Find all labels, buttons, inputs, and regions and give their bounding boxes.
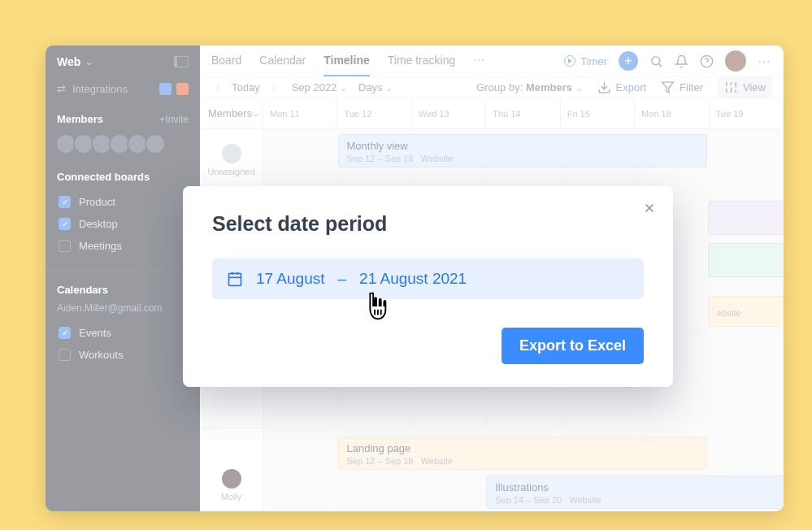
filter-icon [661,80,675,94]
member-avatars [46,130,200,163]
unit-picker[interactable]: Days ⌄ [358,81,393,93]
sidebar-board-desktop[interactable]: Desktop [52,213,193,235]
avatar[interactable] [145,133,166,154]
filter-button[interactable]: Filter [661,80,703,94]
checkbox-icon[interactable] [59,196,71,208]
user-avatar[interactable] [725,50,746,72]
add-button[interactable]: + [619,51,638,71]
avatar [222,469,241,489]
day-header: Mon 18 [635,98,709,128]
sidebar-board-product[interactable]: Product [52,191,193,213]
day-header: Mon 11 [263,98,337,128]
board-label: Meetings [79,240,122,252]
invite-button[interactable]: +Invite [159,114,189,125]
task-bar[interactable]: Monthly view Sep 12 – Sep 18 Website [338,134,707,167]
day-header: Tue 12 [337,98,411,128]
collapse-sidebar-icon[interactable] [174,56,189,67]
chevron-down-icon: ⌄ [85,57,93,67]
task-title: Monthly view [347,140,698,152]
period-label: Sep 2022 [292,81,337,93]
google-calendar-icon [159,83,172,95]
close-icon[interactable] [642,201,657,215]
unit-label: Days [358,81,383,93]
export-button[interactable]: Export [597,80,647,94]
checkbox-icon[interactable] [59,218,71,230]
svg-marker-5 [662,82,674,93]
members-column-header[interactable]: Members ⌄ [200,98,263,129]
chevron-down-icon: ⌄ [575,83,583,93]
integrations-icon: ⇄ [57,83,66,95]
download-icon [597,80,611,94]
task-bar[interactable] [708,243,784,277]
workspace-name: Web [57,55,80,68]
integrations-label: Integrations [72,83,128,95]
groupby-picker[interactable]: Group by: Members ⌄ [476,81,582,93]
sidebar-calendar-events[interactable]: Events [52,322,193,344]
tab-more-icon[interactable]: ⋯ [473,46,486,76]
day-header: Tue 19 [710,98,784,128]
date-separator: – [338,270,347,288]
task-bar[interactable]: ebsite [708,296,784,327]
task-title: Illustrations [495,481,784,493]
sidebar-item-integrations[interactable]: ⇄ Integrations [46,78,200,105]
view-button[interactable]: View [718,77,772,98]
tab-time-tracking[interactable]: Time tracking [388,46,456,76]
prev-period-icon[interactable]: 〈 [211,81,220,93]
date-start: 17 August [256,270,325,288]
calendar-label: Events [79,327,111,339]
groupby-value: Members [526,81,572,93]
task-bar[interactable] [708,201,784,235]
workspace-switcher[interactable]: Web ⌄ [57,55,93,68]
next-period-icon[interactable]: 〉 [271,81,280,93]
pointer-cursor-icon [363,291,389,322]
date-end: 21 August 2021 [359,270,467,288]
checkbox-icon[interactable] [59,349,71,361]
search-icon[interactable] [649,54,663,68]
svg-line-1 [659,63,662,66]
members-header: Members [57,113,103,125]
tab-calendar[interactable]: Calendar [259,46,306,76]
member-row-molly[interactable]: Molly [200,428,263,511]
svg-rect-14 [229,273,241,285]
task-bar[interactable]: Illustrations Sep 14 – Sep 20 Website [486,476,784,509]
sidebar-calendar-workouts[interactable]: Workouts [52,344,193,366]
sidebar: Web ⌄ ⇄ Integrations Members +Invite Co [46,46,200,511]
play-icon [564,55,575,67]
member-row-unassigned[interactable]: Unassigned [200,129,263,191]
tab-board[interactable]: Board [211,46,241,76]
chevron-down-icon: ⌄ [385,83,393,93]
calendar-account: Aiden.Miller@gmail.com [46,301,200,319]
member-name: Molly [221,492,242,502]
more-icon[interactable]: ⋯ [758,54,772,69]
help-icon[interactable] [700,54,714,68]
filter-label: Filter [680,81,703,93]
board-label: Product [79,196,115,208]
avatar [222,144,241,163]
modal-title: Select date period [212,212,644,236]
checkbox-icon[interactable] [59,327,71,339]
export-label: Export [616,81,647,93]
calendar-label: Workouts [79,349,124,361]
tab-timeline[interactable]: Timeline [323,46,370,76]
date-range-field[interactable]: 17 August – 21 August 2021 [212,258,644,299]
chevron-down-icon: ⌄ [340,83,347,93]
view-label: View [743,81,766,93]
top-nav: Board Calendar Timeline Time tracking ⋯ … [200,46,784,77]
today-button[interactable]: Today [232,81,260,93]
divider [46,270,200,271]
task-bar[interactable]: Landing page Sep 12 – Sep 18 Website [338,437,707,470]
bell-icon[interactable] [675,54,688,68]
connected-boards-header: Connected boards [57,171,150,183]
export-date-modal: Select date period 17 August – 21 August… [183,186,673,387]
day-header: Wed 13 [412,98,486,128]
chevron-down-icon: ⌄ [252,108,259,119]
task-title: Landing page [347,442,698,454]
export-to-excel-button[interactable]: Export to Excel [502,328,644,364]
checkbox-icon[interactable] [59,240,71,252]
day-header: Fri 15 [561,98,635,128]
member-name: Unassigned [207,167,254,176]
timer-button[interactable]: Timer [564,55,607,67]
sidebar-board-meetings[interactable]: Meetings [52,235,193,257]
period-picker[interactable]: Sep 2022 ⌄ [292,81,347,93]
timeline-toolbar: 〈 Today 〉 Sep 2022 ⌄ Days ⌄ Group by: Me… [200,77,784,98]
